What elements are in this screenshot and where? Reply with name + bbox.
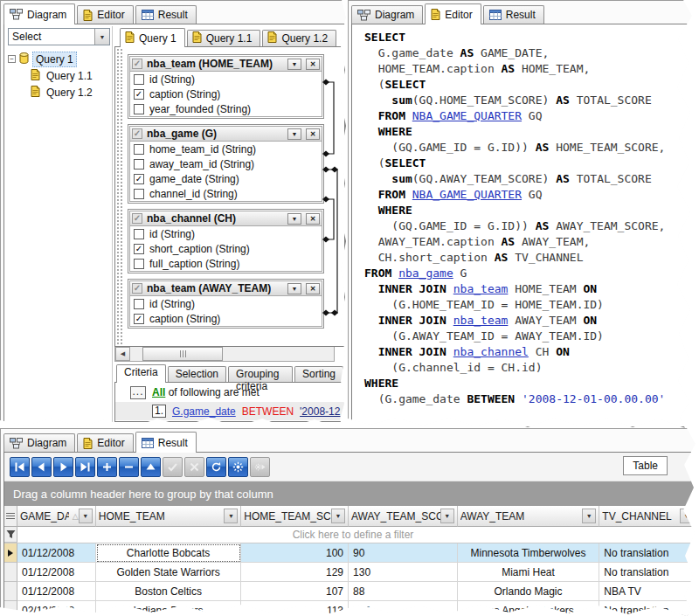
field-checkbox[interactable] — [134, 259, 144, 269]
table-menu-chevron-icon[interactable]: ▼ — [287, 283, 301, 294]
column-header-game-da[interactable]: GAME_DA△▼ — [17, 506, 96, 527]
field-row-id-string[interactable]: id (String) — [130, 226, 322, 241]
delete-record-button[interactable] — [119, 457, 139, 477]
table-row[interactable]: 01/12/2008Golden State Warriors129130Mia… — [4, 563, 697, 582]
cell-game-da[interactable]: 02/12/2008 — [17, 601, 96, 616]
column-header-away-team-score[interactable]: AWAY_TEAM_SCORE▼ — [349, 506, 458, 527]
diagram-horizontal-scrollbar[interactable]: ◀ — [114, 347, 335, 362]
cell-away-team-score[interactable]: 90 — [349, 543, 458, 563]
cell-away-team[interactable]: Los Angeles Lakers — [458, 601, 600, 616]
field-row-game-date-string[interactable]: game_date (String) — [130, 171, 322, 186]
criteria-field-link[interactable]: G.game_date — [172, 405, 236, 418]
field-checkbox[interactable] — [134, 159, 144, 170]
table-checkbox[interactable] — [132, 283, 142, 294]
criteria-operator-link[interactable]: BETWEEN — [242, 405, 294, 418]
table-link[interactable]: NBA_GAME_QUARTER — [412, 109, 522, 122]
table-close-icon[interactable]: ✕ — [306, 59, 320, 70]
column-filter-chevron-icon[interactable]: ▼ — [331, 509, 345, 523]
column-filter-chevron-icon[interactable]: ▼ — [680, 509, 694, 523]
tab-result[interactable]: Result — [135, 5, 197, 24]
column-header-home-team-score[interactable]: HOME_TEAM_SCORE▼ — [241, 506, 349, 527]
tab-editor[interactable]: Editor — [77, 433, 133, 452]
cell-away-team[interactable]: Miami Heat — [458, 563, 600, 582]
table-checkbox[interactable] — [132, 128, 142, 139]
grid-filter-row[interactable]: Click here to define a filter — [4, 527, 697, 543]
field-checkbox[interactable] — [134, 74, 144, 85]
edit-record-button[interactable] — [141, 457, 161, 477]
cell-home-team[interactable]: Boston Celtics — [96, 582, 242, 601]
column-filter-chevron-icon[interactable]: ▼ — [79, 509, 93, 523]
refresh-button[interactable] — [206, 457, 226, 477]
table-link[interactable]: NBA_GAME_QUARTER — [412, 188, 522, 201]
field-checkbox[interactable] — [134, 174, 144, 184]
cell-away-team-score[interactable]: 117 — [349, 601, 458, 616]
field-checkbox[interactable] — [134, 104, 144, 114]
criteria-number[interactable]: 1. — [152, 405, 166, 418]
prior-record-button[interactable] — [31, 457, 52, 477]
tab-query-1-2[interactable]: Query 1.2 — [262, 30, 336, 46]
table-checkbox[interactable] — [132, 59, 142, 69]
field-checkbox[interactable] — [134, 299, 144, 309]
tab-query-1-1[interactable]: Query 1.1 — [187, 30, 261, 46]
column-filter-chevron-icon[interactable]: ▼ — [224, 509, 238, 523]
insert-record-button[interactable] — [97, 457, 117, 477]
table-link[interactable]: nba_team — [453, 282, 509, 295]
first-record-button[interactable] — [10, 457, 30, 477]
field-row-year-founded-string[interactable]: year_founded (String) — [130, 101, 322, 116]
criteria-all-link[interactable]: All — [152, 386, 165, 398]
group-by-bar[interactable]: Drag a column header here to group by th… — [4, 481, 697, 506]
filter-hint-text[interactable]: Click here to define a filter — [17, 529, 689, 541]
tab-selection[interactable]: Selection — [168, 366, 226, 382]
statement-type-select[interactable]: Select ▼ — [8, 28, 110, 45]
table-row[interactable]: 01/12/2008Charlotte Bobcats10090Minnesot… — [4, 543, 697, 563]
table-menu-chevron-icon[interactable]: ▼ — [287, 59, 301, 70]
field-checkbox[interactable] — [134, 244, 144, 254]
tab-grouping-criteria[interactable]: Grouping criteria — [228, 366, 293, 382]
field-checkbox[interactable] — [134, 89, 144, 100]
table-box-header[interactable]: nba_team (AWAY_TEAM)▼✕ — [129, 280, 322, 296]
field-checkbox[interactable] — [134, 229, 144, 239]
view-mode-selector[interactable]: Table — [623, 456, 668, 475]
sql-editor[interactable]: SELECT G.game_date AS GAME_DATE, HOME_TE… — [352, 24, 697, 426]
tab-query-1[interactable]: Query 1 — [120, 28, 185, 47]
table-row[interactable]: 02/12/2008Indiana Pacers113117Los Angele… — [4, 601, 697, 616]
column-filter-chevron-icon[interactable]: ▼ — [582, 509, 596, 523]
field-row-short-caption-string[interactable]: short_caption (String) — [130, 241, 322, 256]
cell-home-team-score[interactable]: 100 — [241, 543, 349, 563]
cell-home-team-score[interactable]: 129 — [241, 563, 349, 582]
field-row-home-team-id-string[interactable]: home_team_id (String) — [130, 142, 322, 156]
cell-home-team-score[interactable]: 107 — [241, 582, 349, 601]
table-link[interactable]: nba_channel — [453, 345, 529, 358]
cell-tv-channel[interactable]: No translation — [599, 563, 697, 582]
field-row-id-string[interactable]: id (String) — [130, 296, 322, 311]
tab-diagram[interactable]: Diagram — [351, 5, 423, 24]
last-record-button[interactable] — [75, 457, 95, 477]
cell-away-team[interactable]: Orlando Magic — [458, 582, 600, 601]
table-close-icon[interactable]: ✕ — [306, 128, 320, 140]
field-row-caption-string[interactable]: caption (String) — [130, 311, 322, 326]
tree-item-query-1[interactable]: −Query 1 — [8, 51, 110, 67]
tree-item-query-1-2[interactable]: Query 1.2 — [8, 84, 110, 100]
field-checkbox[interactable] — [134, 314, 144, 324]
tab-criteria[interactable]: Criteria — [116, 364, 166, 383]
cell-home-team-score[interactable]: 113 — [241, 601, 349, 616]
column-filter-chevron-icon[interactable]: ▼ — [440, 509, 454, 523]
tab-result[interactable]: Result — [135, 432, 197, 453]
splitter-grip[interactable] — [115, 47, 122, 346]
table-menu-chevron-icon[interactable]: ▼ — [287, 128, 301, 140]
cell-away-team[interactable]: Minnesota Timberwolves — [458, 543, 600, 563]
table-box-header[interactable]: nba_channel (CH)▼✕ — [129, 211, 322, 226]
table-close-icon[interactable]: ✕ — [306, 213, 320, 225]
cell-tv-channel[interactable]: No translation — [599, 543, 697, 563]
table-checkbox[interactable] — [132, 213, 142, 224]
cell-away-team-score[interactable]: 88 — [349, 582, 458, 601]
field-row-channel-id-string[interactable]: channel_id (String) — [130, 186, 322, 201]
table-row[interactable]: 01/12/2008Boston Celtics10788Orlando Mag… — [4, 582, 697, 601]
cell-home-team[interactable]: Golden State Warriors — [96, 563, 242, 582]
table-close-icon[interactable]: ✕ — [306, 283, 320, 294]
chevron-down-icon[interactable]: ▼ — [94, 29, 109, 45]
next-record-button[interactable] — [53, 457, 73, 477]
field-checkbox[interactable] — [134, 144, 144, 155]
field-row-caption-string[interactable]: caption (String) — [130, 87, 322, 101]
tab-editor[interactable]: Editor — [425, 3, 481, 24]
